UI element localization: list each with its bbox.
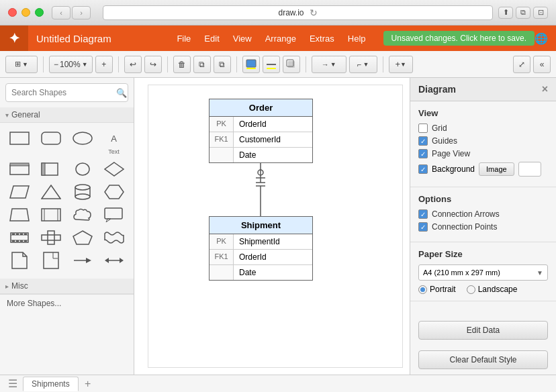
menu-help[interactable]: Help xyxy=(341,26,373,51)
shape-pentagon[interactable] xyxy=(68,228,97,248)
waypoint-button[interactable]: ⌐ ▼ xyxy=(349,56,377,73)
clear-style-button[interactable]: Clear Default Style xyxy=(418,350,548,369)
sep1 xyxy=(43,56,44,72)
zoom-down-icon[interactable]: ▼ xyxy=(82,61,88,68)
paper-size-select[interactable]: A4 (210 mm x 297 mm) ▼ xyxy=(418,264,548,281)
conn-arrows-label: Connection Arrows xyxy=(432,209,500,219)
background-checkbox[interactable]: ✓ xyxy=(418,164,428,174)
shape-diamond[interactable] xyxy=(99,159,128,179)
section-misc-header[interactable]: ▸ Misc xyxy=(0,279,134,294)
maximize-window-button[interactable] xyxy=(35,8,44,17)
shape-filmstrip[interactable] xyxy=(5,228,34,248)
globe-icon[interactable]: 🌐 xyxy=(535,32,548,45)
conn-arrows-checkbox[interactable]: ✓ xyxy=(418,209,428,219)
edit-data-button[interactable]: Edit Data xyxy=(418,321,548,340)
shape-dbl-arrow[interactable] xyxy=(99,250,128,271)
shape-wave[interactable] xyxy=(99,228,128,248)
paste-style-button[interactable]: ⧉ xyxy=(214,56,231,73)
shape-oval[interactable] xyxy=(68,128,97,156)
save-notice[interactable]: Unsaved changes. Click here to save. xyxy=(383,31,535,46)
orientation-row: Portrait Landscape xyxy=(418,285,548,294)
back-button[interactable]: ‹ xyxy=(52,6,71,19)
shape-cross[interactable] xyxy=(37,228,66,248)
shape-process[interactable] xyxy=(37,205,66,225)
options-section: Options ✓ Connection Arrows ✓ Connection… xyxy=(410,187,556,242)
shape-text[interactable]: A Text xyxy=(99,128,128,156)
collapse-button[interactable]: « xyxy=(533,56,551,73)
sep3 xyxy=(167,56,168,72)
refresh-icon[interactable]: ↻ xyxy=(310,7,318,18)
insert-button[interactable]: + ▼ xyxy=(389,56,413,73)
search-input[interactable] xyxy=(11,88,112,97)
tab-shipments[interactable]: Shipments xyxy=(23,377,79,391)
canvas[interactable]: Order PK OrderId FK1 CustomerId Date xyxy=(134,78,410,375)
shape-parallelogram[interactable] xyxy=(5,182,34,202)
forward-button[interactable]: › xyxy=(72,6,91,19)
landscape-radio[interactable]: Landscape xyxy=(467,285,518,294)
line-color-button[interactable] xyxy=(263,56,280,73)
svg-marker-21 xyxy=(105,185,124,199)
shape-rect3[interactable] xyxy=(37,159,66,179)
shape-cloud[interactable] xyxy=(68,205,97,225)
zoom-control[interactable]: − 100% ▼ xyxy=(49,56,93,73)
svg-point-8 xyxy=(73,132,92,144)
shipment-table[interactable]: Shipment PK ShipmentId FK1 OrderId Date xyxy=(209,216,313,281)
minimize-window-button[interactable] xyxy=(21,8,30,17)
page-menu-button[interactable]: ☰ xyxy=(5,377,20,390)
menu-extras[interactable]: Extras xyxy=(303,26,341,51)
shape-box-dbl-arrow xyxy=(103,252,126,269)
guides-checkbox[interactable]: ✓ xyxy=(418,136,428,146)
connection-style-button[interactable]: → ▼ xyxy=(312,56,346,73)
svg-rect-36 xyxy=(16,240,19,242)
delete-button[interactable]: 🗑 xyxy=(173,56,191,73)
shape-rounded-rect[interactable] xyxy=(37,128,66,156)
conn-points-checkbox[interactable]: ✓ xyxy=(418,222,428,232)
shape-callout[interactable] xyxy=(99,205,128,225)
redo-button[interactable]: ↪ xyxy=(144,56,162,73)
shape-trapezoid[interactable] xyxy=(5,205,34,225)
shape-rect2[interactable] xyxy=(5,159,34,179)
fill-color-button[interactable] xyxy=(242,56,260,73)
share-button[interactable]: ⬆ xyxy=(498,7,513,19)
portrait-radio[interactable]: Portrait xyxy=(418,285,456,294)
shape-triangle[interactable] xyxy=(37,182,66,202)
shape-folded[interactable] xyxy=(37,250,66,271)
pageview-checkbox[interactable]: ✓ xyxy=(418,149,428,158)
grid-checkbox[interactable] xyxy=(418,124,428,133)
background-color-swatch[interactable] xyxy=(518,162,541,177)
format-button[interactable]: ⊞ ▼ xyxy=(5,56,38,73)
sep4 xyxy=(236,56,237,72)
order-table[interactable]: Order PK OrderId FK1 CustomerId Date xyxy=(209,99,313,163)
menu-file[interactable]: File xyxy=(170,26,197,51)
wave-icon xyxy=(104,230,124,245)
shape-rect[interactable] xyxy=(5,128,34,156)
zoom-in-button[interactable]: + xyxy=(95,56,113,73)
image-button[interactable]: Image xyxy=(479,162,514,176)
more-shapes-button[interactable]: More Shapes... xyxy=(0,294,134,312)
split-view-button[interactable]: ⊡ xyxy=(533,7,548,19)
add-tab-button[interactable]: + xyxy=(81,377,95,391)
new-tab-button[interactable]: ⧉ xyxy=(516,7,530,19)
close-window-button[interactable] xyxy=(8,8,17,17)
fit-page-button[interactable]: ⤢ xyxy=(513,56,530,73)
menu-edit[interactable]: Edit xyxy=(197,26,226,51)
search-box[interactable]: 🔍 xyxy=(5,83,128,102)
copy-style-button[interactable]: ⧉ xyxy=(193,56,211,73)
shape-arrow-line[interactable] xyxy=(68,250,97,271)
menu-view[interactable]: View xyxy=(226,26,259,51)
search-icon[interactable]: 🔍 xyxy=(116,88,127,98)
shape-ellipse2[interactable] xyxy=(68,159,97,179)
shape-hexagon[interactable] xyxy=(99,182,128,202)
svg-marker-44 xyxy=(86,258,91,263)
svg-rect-0 xyxy=(246,60,256,67)
shadow-icon xyxy=(286,59,297,70)
shape-doc[interactable] xyxy=(5,250,34,271)
shape-cylinder[interactable] xyxy=(68,182,97,202)
url-bar[interactable]: draw.io ↻ xyxy=(103,5,493,20)
shadow-button[interactable] xyxy=(283,56,300,73)
section-general-header[interactable]: ▾ General xyxy=(0,107,134,123)
zoom-out-icon[interactable]: − xyxy=(54,60,58,69)
menu-arrange[interactable]: Arrange xyxy=(259,26,303,51)
panel-close-button[interactable]: × xyxy=(542,83,548,95)
undo-button[interactable]: ↩ xyxy=(124,56,142,73)
